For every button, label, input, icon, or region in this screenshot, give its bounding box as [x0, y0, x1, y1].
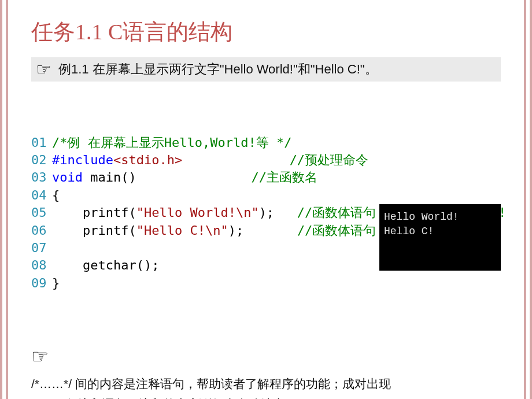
note-line: /*……*/ 间的内容是注释语句，帮助读者了解程序的功能；成对出现 [31, 374, 501, 394]
pointer-icon: ☞ [31, 345, 501, 368]
code-token: { [52, 188, 60, 202]
example-header: ☞ 例1.1 在屏幕上显示两行文字"Hello World!"和"Hello C… [31, 57, 501, 82]
code-token: void [52, 170, 83, 184]
line-number: 05 [31, 204, 52, 221]
line-number: 08 [31, 257, 52, 274]
code-token: //预处理命令 [290, 153, 369, 167]
code-token: "Hello C!\n" [136, 223, 228, 238]
code-token: //主函数名 [251, 170, 317, 184]
code-line: 02#include<stdio.h> //预处理命令 [31, 152, 501, 169]
code-token: ); [228, 223, 297, 238]
slide-content: 任务1.1 C语言的结构 ☞ 例1.1 在屏幕上显示两行文字"Hello Wor… [8, 0, 524, 399]
decorative-border-left [0, 0, 8, 399]
code-line: 01/*例 在屏幕上显示Hello,World!等 */ [31, 134, 501, 152]
code-line: 09} [31, 275, 501, 292]
code-token: /*例 在屏幕上显示Hello,World!等 */ [52, 135, 291, 150]
line-number: 09 [31, 275, 52, 292]
code-line: 04{ [31, 187, 501, 204]
code-token: main() [83, 170, 251, 184]
code-token: #include [52, 153, 113, 167]
page-title: 任务1.1 C语言的结构 [31, 17, 501, 47]
notes-block: /*……*/ 间的内容是注释语句，帮助读者了解程序的功能；成对出现//…… 行注… [31, 374, 501, 399]
code-token: printf( [52, 223, 136, 238]
line-number: 01 [31, 134, 52, 152]
line-number: 03 [31, 169, 52, 186]
console-output: Hello World! Hello C! [379, 204, 501, 271]
code-block: 01/*例 在屏幕上显示Hello,World!等 */02#include<s… [31, 99, 501, 327]
line-number: 04 [31, 187, 52, 204]
code-token: ); [259, 205, 297, 220]
code-token: "Hello World!\n" [136, 205, 259, 220]
line-number: 07 [31, 239, 52, 257]
pointer-icon: ☞ [36, 61, 51, 78]
code-token [182, 153, 289, 167]
code-line: 03void main() //主函数名 [31, 169, 501, 186]
code-token: <stdio.h> [113, 153, 182, 167]
line-number: 06 [31, 222, 52, 239]
line-number: 02 [31, 152, 52, 169]
code-token: printf( [52, 205, 136, 220]
note-line: //…… 行注释语句，注释的内容到行末自动结束 [31, 394, 501, 399]
code-token: getchar(); [52, 258, 159, 272]
decorative-border-right [524, 0, 532, 399]
example-text: 例1.1 在屏幕上显示两行文字"Hello World!"和"Hello C!"… [58, 61, 378, 78]
code-token: } [52, 276, 60, 290]
